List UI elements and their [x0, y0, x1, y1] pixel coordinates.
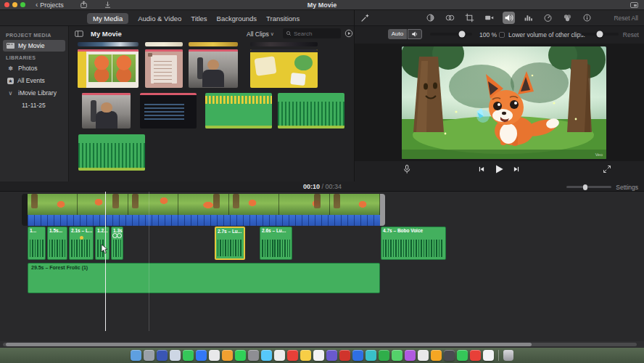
color-correction-icon[interactable] — [444, 12, 456, 24]
equalizer-icon[interactable] — [522, 12, 534, 24]
magic-wand-icon[interactable] — [360, 13, 370, 23]
picture-in-picture-icon[interactable] — [630, 2, 638, 8]
volume-slider[interactable] — [430, 33, 472, 36]
speed-icon[interactable] — [542, 12, 554, 24]
timeline-audio-clip[interactable]: 1.5s... — [47, 227, 67, 260]
next-frame-button[interactable] — [513, 166, 520, 173]
dock-app-icon[interactable] — [379, 350, 389, 361]
timeline-audio-clip[interactable]: 2.1s – L... — [69, 227, 94, 260]
import-download-icon[interactable] — [104, 1, 112, 9]
timeline-audio-clip[interactable]: 4.7s – Bobo Voice — [381, 227, 446, 260]
search-input[interactable] — [294, 30, 337, 37]
timeline-audio-clip[interactable]: 1... — [28, 227, 46, 260]
volume-slider-knob[interactable] — [458, 31, 465, 38]
timeline-zoom-knob[interactable] — [583, 184, 587, 190]
media-thumb-partial[interactable] — [145, 42, 183, 46]
playhead[interactable] — [105, 192, 106, 331]
tab-transitions[interactable]: Transitions — [266, 15, 300, 23]
timeline-audio-clip[interactable]: 2.7s – Lu... — [215, 227, 245, 260]
clip-trim-handle-left[interactable] — [22, 194, 28, 226]
clips-filter-dropdown[interactable]: All Clips ∨ — [247, 30, 274, 38]
dock-app-icon[interactable] — [457, 350, 468, 361]
dock-app-icon[interactable] — [326, 350, 337, 361]
media-thumb-yellow-slide[interactable] — [250, 49, 318, 88]
dock-app-icon[interactable] — [196, 350, 207, 361]
media-thumb-partial[interactable] — [78, 42, 139, 46]
dock-app-icon[interactable] — [339, 350, 350, 361]
dock-app-icon[interactable] — [431, 350, 442, 361]
timeline-zoom-slider[interactable] — [566, 186, 611, 188]
color-balance-icon[interactable] — [424, 12, 437, 24]
media-thumb-notes-page[interactable] — [145, 49, 183, 88]
volume-icon[interactable] — [503, 12, 515, 24]
media-thumb-code-editor[interactable] — [140, 93, 197, 129]
dock-app-icon[interactable] — [352, 350, 363, 361]
tab-my-media[interactable]: My Media — [87, 13, 128, 24]
dock-app-icon[interactable] — [300, 350, 311, 361]
media-thumb-partial[interactable] — [250, 42, 318, 46]
autoplay-icon[interactable] — [344, 29, 353, 38]
timeline-settings-button[interactable]: Settings — [616, 184, 638, 191]
tab-titles[interactable]: Titles — [191, 15, 207, 23]
play-button[interactable] — [494, 164, 504, 174]
lower-volume-slider-knob[interactable] — [597, 31, 603, 38]
media-thumb-partial[interactable] — [189, 42, 238, 46]
info-icon[interactable] — [581, 12, 593, 24]
background-music-clip[interactable]: 29.5s – Forest Frolic (1) — [28, 263, 380, 293]
trash-icon[interactable] — [503, 350, 513, 361]
sidebar-toggle-icon[interactable] — [75, 30, 83, 38]
dock-app-icon[interactable] — [157, 350, 168, 361]
dock-app-icon[interactable] — [144, 350, 154, 361]
dock-app-icon[interactable] — [235, 350, 246, 361]
fullscreen-icon[interactable] — [603, 165, 611, 174]
timeline[interactable]: 1...1.5s...2.1s – L...1.2...1.3s...2.7s … — [0, 192, 644, 341]
media-thumb-audio-waveform-2[interactable] — [78, 134, 145, 171]
dock-app-icon[interactable] — [131, 350, 141, 361]
share-icon[interactable] — [80, 1, 88, 9]
media-thumb-webcam-presenter[interactable] — [189, 49, 238, 88]
scrollbar-thumb[interactable] — [6, 343, 532, 346]
microphone-icon[interactable] — [402, 164, 411, 174]
dock-app-icon[interactable] — [444, 350, 455, 361]
dock-app-icon[interactable] — [392, 350, 402, 361]
media-thumb-audio-yellow[interactable] — [205, 93, 272, 129]
dock-app-icon[interactable] — [405, 350, 416, 361]
crop-icon[interactable] — [463, 12, 476, 24]
lower-volume-checkbox[interactable] — [499, 32, 505, 38]
previous-frame-button[interactable] — [478, 166, 485, 173]
search-field[interactable] — [283, 28, 341, 38]
sidebar-item-my-movie[interactable]: My Movie — [3, 40, 65, 52]
dock-app-icon[interactable] — [483, 350, 494, 361]
media-thumb-webcam-presenter-2[interactable] — [82, 93, 131, 129]
dock-app-icon[interactable] — [274, 350, 285, 361]
media-thumb-audio-waveform[interactable] — [278, 93, 344, 129]
video-clip-audio-waveform[interactable] — [28, 215, 380, 226]
timeline-scrollbar[interactable] — [0, 341, 644, 348]
dock-app-icon[interactable] — [183, 350, 194, 361]
timeline-audio-clip[interactable]: 2.6s – Lu... — [260, 227, 292, 260]
dock-app-icon[interactable] — [418, 350, 429, 361]
sidebar-item-photos[interactable]: ✽ Photos — [3, 62, 65, 74]
minimize-window-button[interactable] — [12, 2, 17, 7]
dock-app-icon[interactable] — [248, 350, 259, 361]
effects-icon[interactable] — [561, 12, 574, 24]
lower-volume-slider[interactable] — [581, 33, 619, 36]
dock-app-icon[interactable] — [170, 350, 181, 361]
reset-all-button[interactable]: Reset All — [614, 15, 638, 22]
dock-app-icon[interactable] — [222, 350, 233, 361]
dock-app-icon[interactable] — [470, 350, 481, 361]
tab-audio-video[interactable]: Audio & Video — [138, 15, 181, 23]
sidebar-item-all-events[interactable]: ★ All Events — [3, 75, 65, 86]
dock-app-icon[interactable] — [366, 350, 376, 361]
stabilization-icon[interactable] — [483, 12, 495, 24]
sidebar-item-imovie-library[interactable]: ∨ iMovie Library — [3, 87, 65, 99]
zoom-window-button[interactable] — [20, 2, 25, 7]
dock-app-icon[interactable] — [287, 350, 298, 361]
dock-app-icon[interactable] — [313, 350, 324, 361]
sidebar-item-event-11-11-25[interactable]: 11-11-25 — [3, 99, 65, 111]
mute-toggle-button[interactable] — [408, 29, 422, 39]
timeline-audio-clip[interactable]: 1.3s... — [111, 227, 123, 260]
video-clip-filmstrip[interactable] — [28, 194, 380, 215]
clip-trim-handle-right[interactable] — [380, 194, 385, 226]
media-thumb-browser-fox-grid[interactable] — [78, 49, 139, 88]
